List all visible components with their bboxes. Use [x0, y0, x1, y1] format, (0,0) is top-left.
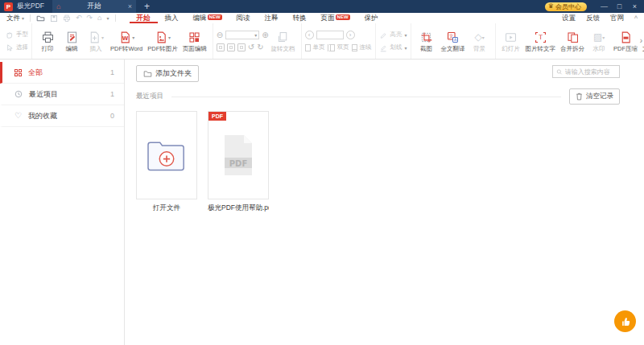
sidebar-item-recent[interactable]: 最近项目 1 — [0, 84, 124, 105]
website-link[interactable]: 官网 — [610, 14, 624, 23]
rotate-doc-icon — [276, 31, 290, 44]
search-input[interactable] — [565, 68, 616, 76]
file-menu[interactable]: 文件 ▾ — [6, 14, 24, 23]
double-page-button[interactable]: 双页 — [328, 43, 349, 51]
document-tab[interactable]: ⌂ 开始 × — [52, 0, 136, 13]
pdf-to-word-icon: W — [118, 31, 132, 44]
pdf-to-word-button[interactable]: W ▾ PDF转Word — [108, 29, 145, 53]
underline-button[interactable]: 划线▾ — [379, 43, 407, 52]
highlight-button[interactable]: 高亮▾ — [379, 31, 407, 39]
hand-tool-button[interactable]: 手型 — [5, 31, 28, 39]
rotate-document-button[interactable]: 旋转文档 — [269, 29, 298, 53]
insert-doc-icon — [88, 31, 101, 44]
translate-button[interactable]: 文A 全文翻译 — [439, 29, 468, 53]
compress-icon — [619, 31, 633, 44]
grid-icon — [14, 69, 22, 76]
feedback-link[interactable]: 反馈 — [586, 14, 600, 23]
tab-read[interactable]: 阅读 — [229, 13, 258, 23]
undo-icon[interactable]: ↶ — [76, 14, 82, 22]
rotate-right-icon[interactable]: ↻ — [257, 43, 263, 51]
redo-icon[interactable]: ↷ — [87, 14, 93, 22]
close-button[interactable]: × — [627, 0, 642, 13]
pdf-badge: PDF — [208, 112, 226, 121]
save-icon[interactable] — [50, 14, 58, 23]
prev-page-icon[interactable]: ‹ — [305, 31, 314, 39]
tab-close-icon[interactable]: × — [128, 2, 132, 10]
card-label: 极光PDF使用帮助.pdf — [208, 203, 269, 213]
maximize-button[interactable]: □ — [612, 0, 627, 13]
page-edit-button[interactable]: 页面编辑 — [180, 29, 209, 53]
zoom-level-select[interactable]: ▾ — [225, 31, 259, 39]
merge-split-button[interactable]: 合并拆分 — [558, 29, 587, 53]
clear-records-button[interactable]: 清空记录 — [569, 88, 620, 105]
settings-link[interactable]: 设置 — [562, 14, 576, 23]
fit-page-icon[interactable] — [227, 43, 235, 51]
insert-button[interactable]: ▾ 插入 — [84, 29, 108, 53]
ocr-button[interactable]: T 图片转文字 — [523, 29, 559, 53]
edit-button[interactable]: 编辑 — [60, 29, 84, 53]
divider — [171, 97, 561, 97]
underline-pen-icon — [379, 43, 388, 52]
watermark-button[interactable]: ▨ ▾ 水印 — [587, 29, 611, 53]
zoom-in-icon[interactable]: ⊕ — [262, 31, 268, 39]
screenshot-button[interactable]: 截图 — [415, 29, 439, 53]
printer-icon — [41, 31, 55, 44]
crown-icon: ♛ — [548, 3, 554, 10]
home-shortcut-icon[interactable]: ⌂ — [97, 14, 101, 22]
sidebar-item-all[interactable]: 全部 1 — [0, 62, 124, 84]
print-icon[interactable] — [63, 14, 71, 23]
tab-edit[interactable]: 编辑NEW — [186, 13, 229, 23]
page-grid-icon — [188, 31, 201, 44]
tab-annotate[interactable]: 注释 — [258, 13, 286, 23]
sidebar: 全部 1 最近项目 1 ♡ 我的收藏 0 — [0, 60, 125, 345]
svg-text:W: W — [122, 35, 129, 42]
recent-file-card[interactable]: PDF PDF — [208, 111, 269, 199]
tab-convert[interactable]: 转换 — [286, 13, 314, 23]
chevron-down-icon: ▾ — [405, 45, 407, 51]
add-folder-button[interactable]: 添加文件夹 — [136, 65, 199, 82]
open-file-card[interactable] — [136, 111, 197, 199]
minimize-button[interactable]: — — [597, 0, 612, 13]
pdf-compress-button[interactable]: PDF压缩 — [611, 29, 640, 53]
heart-icon: ♡ — [14, 112, 22, 120]
single-page-icon — [305, 44, 311, 51]
actual-size-icon[interactable] — [217, 43, 225, 51]
background-button[interactable]: ◇ ▾ 背景 — [468, 29, 492, 53]
count-badge: 0 — [110, 112, 114, 120]
quickbar-caret-icon[interactable]: ▾ — [107, 15, 109, 21]
rotate-left-icon[interactable]: ↺ — [248, 43, 254, 51]
pdf-to-image-icon — [155, 31, 168, 44]
app-logo: P — [4, 2, 13, 11]
divider — [30, 14, 31, 22]
select-tool-button[interactable]: 选择 — [5, 43, 28, 52]
slideshow-button[interactable]: 幻灯片 — [499, 29, 523, 53]
collapse-ribbon-icon[interactable]: ^ — [634, 14, 638, 23]
open-file-icon[interactable] — [36, 14, 45, 23]
member-center-button[interactable]: ♛ 会员中心 — [545, 2, 587, 11]
ribbon-more-icon[interactable]: › — [640, 36, 642, 45]
app-name: 极光PDF — [17, 2, 44, 11]
zoom-out-icon[interactable]: ⊖ — [217, 31, 223, 39]
print-button[interactable]: 打印 — [35, 29, 60, 53]
fit-width-icon[interactable] — [237, 43, 246, 51]
next-page-icon[interactable]: › — [346, 31, 355, 39]
background-icon: ◇ — [474, 32, 481, 42]
titlebar: P 极光PDF ⌂ 开始 × + ♛ 会员中心 — □ × — [0, 0, 644, 13]
tab-insert[interactable]: 插入 — [158, 13, 186, 23]
new-tab-button[interactable]: + — [144, 2, 150, 11]
feedback-fab-button[interactable] — [614, 310, 636, 332]
edit-doc-icon — [65, 31, 79, 44]
tab-home[interactable]: 开始 — [130, 13, 158, 23]
merge-split-icon — [566, 31, 580, 44]
continuous-icon — [352, 44, 357, 51]
search-box[interactable] — [552, 65, 620, 78]
page-number-input[interactable] — [316, 31, 344, 39]
cursor-icon — [5, 43, 14, 52]
single-page-button[interactable]: 单页 — [305, 43, 325, 51]
pdf-to-image-button[interactable]: ▾ PDF转图片 — [145, 29, 180, 53]
tab-protect[interactable]: 保护 — [357, 13, 386, 23]
sidebar-item-favorites[interactable]: ♡ 我的收藏 0 — [0, 105, 124, 127]
member-center-label: 会员中心 — [555, 2, 581, 11]
tab-page[interactable]: 页面NEW — [314, 13, 357, 23]
continuous-button[interactable]: 连续 — [352, 43, 372, 51]
